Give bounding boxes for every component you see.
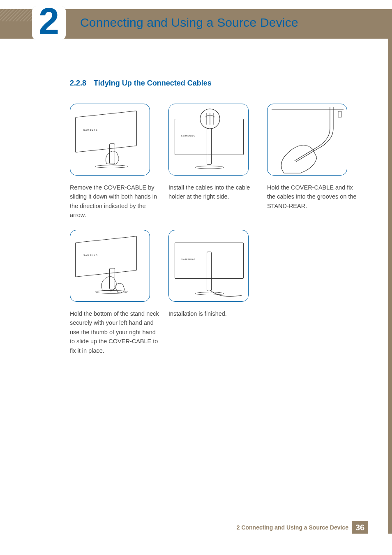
- step-3: Hold the COVER-CABLE and fix the cables …: [267, 104, 362, 220]
- side-accent-stripe: [388, 9, 392, 534]
- step-2: SAMSUNG Install the cables into the cabl…: [168, 104, 263, 220]
- page-number-badge: 36: [352, 521, 368, 534]
- footer-chapter-title: 2 Connecting and Using a Source Device: [237, 524, 348, 531]
- header-hatching-decoration: [0, 9, 33, 21]
- illustration-5: SAMSUNG: [168, 230, 249, 302]
- cable-icon: [209, 288, 246, 300]
- step-4-caption: Hold the bottom of the stand neck secure…: [70, 309, 164, 355]
- hand-icon: [102, 145, 127, 170]
- step-5-caption: Installation is finished.: [168, 309, 263, 318]
- step-1: SAMSUNG Remove the COVER-CABLE by slidin…: [70, 104, 164, 220]
- illustration-1: SAMSUNG: [70, 104, 150, 176]
- chapter-number-badge: 2: [32, 6, 66, 40]
- chapter-number: 2: [39, 7, 59, 36]
- illustration-2: SAMSUNG: [168, 104, 249, 176]
- step-4: SAMSUNG Hold the bottom of the stand nec…: [70, 230, 164, 355]
- steps-grid: SAMSUNG Remove the COVER-CABLE by slidin…: [70, 104, 362, 355]
- section-heading: 2.2.8Tidying Up the Connected Cables: [70, 79, 212, 88]
- brand-label: SAMSUNG: [181, 134, 196, 137]
- page-number: 36: [355, 523, 364, 532]
- step-5: SAMSUNG Installation is finished.: [168, 230, 263, 355]
- chapter-title: Connecting and Using a Source Device: [80, 16, 298, 30]
- section-title: Tidying Up the Connected Cables: [94, 79, 212, 87]
- step-2-caption: Install the cables into the cable holder…: [168, 183, 263, 201]
- svg-rect-2: [338, 111, 341, 117]
- hands-icon: [99, 270, 128, 298]
- illustration-3: [267, 104, 347, 176]
- step-1-caption: Remove the COVER-CABLE by sliding it dow…: [70, 183, 164, 220]
- cable-detail-icon: [267, 104, 347, 176]
- brand-label: SAMSUNG: [83, 129, 98, 131]
- step-3-caption: Hold the COVER-CABLE and fix the cables …: [267, 183, 362, 210]
- brand-label: SAMSUNG: [83, 254, 98, 257]
- section-number: 2.2.8: [70, 79, 86, 87]
- brand-label: SAMSUNG: [181, 258, 196, 261]
- illustration-4: SAMSUNG: [70, 230, 150, 302]
- magnifier-icon: [198, 107, 221, 130]
